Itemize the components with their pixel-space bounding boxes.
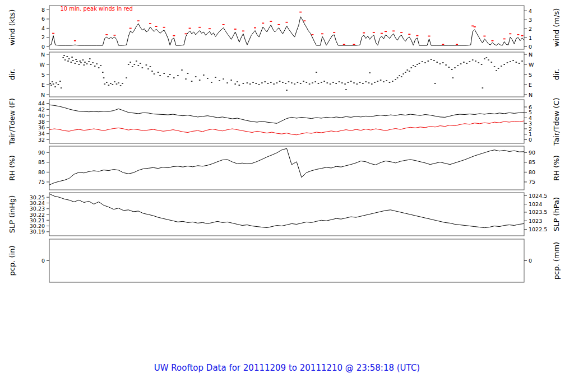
ylabel-right-temp: Tair/Tdew (C) — [552, 97, 561, 146]
ylabel-right-pcp: pcp. (mm) — [552, 242, 561, 279]
tdew-line — [49, 121, 524, 135]
panel-rh: 7580859075808590RH (%)RH (%) — [8, 146, 561, 190]
plot-title: UW Rooftop Data for 20111209 to 20111210… — [0, 363, 574, 373]
y-tick-label-left: 34 — [38, 130, 45, 137]
y-tick-label-right: S — [529, 72, 532, 78]
panel-border-pcp — [49, 239, 524, 282]
y-tick-label-right: 1023 — [529, 218, 542, 224]
y-tick-label-left: S — [41, 72, 45, 78]
ylabel-right-wind: wind (m/s) — [552, 8, 561, 47]
y-tick-label-right: 4 — [529, 115, 532, 121]
y-tick-label-right: 3 — [529, 17, 532, 23]
y-tick-label-left: 44 — [38, 100, 45, 106]
annotation-wind-0: 10 min. peak winds in red — [60, 6, 132, 12]
y-tick-label-left: 30.19 — [30, 228, 45, 235]
y-tick-label-left: 38 — [38, 119, 45, 125]
y-tick-label-right: 1023.5 — [529, 209, 547, 215]
y-tick-label-left: 4 — [41, 25, 45, 31]
panel-dir: NWSENNWSENdir.dir. — [8, 52, 561, 98]
panel-border-wind — [49, 6, 524, 49]
panel-border-slp — [49, 193, 524, 236]
y-tick-label-left: N — [41, 92, 45, 98]
rh-line — [49, 148, 524, 185]
panel-temp: 323436384042440123456Tair/Tdew (F)Tair/T… — [8, 97, 561, 146]
y-tick-label-left: 40 — [38, 113, 45, 119]
y-tick-label-right: 80 — [529, 169, 535, 175]
ylabel-right-rh: RH (%) — [552, 155, 561, 180]
y-tick-label-right: 90 — [529, 150, 535, 156]
tair-line — [49, 105, 524, 123]
y-tick-label-right: 6 — [529, 104, 532, 110]
y-tick-label-left: 0 — [41, 258, 45, 264]
y-tick-label-right: 4 — [529, 8, 532, 14]
y-tick-label-left: 42 — [38, 106, 45, 113]
y-tick-label-left: 80 — [38, 169, 45, 175]
panel-slp: 30.2530.2430.2330.2230.2130.2030.191024.… — [8, 193, 561, 236]
meteogram-plot: 0246801234wind (kts)wind (m/s)10 min. pe… — [0, 0, 574, 363]
panel-wind: 0246801234wind (kts)wind (m/s)10 min. pe… — [8, 6, 561, 50]
y-tick-label-right: 1024.5 — [529, 193, 547, 199]
panel-pcp: 00pcp. (in)pcp. (mm) — [8, 239, 561, 282]
ylabel-left-slp: SLP (inHg) — [8, 195, 16, 234]
y-tick-label-left: W — [40, 62, 45, 68]
y-tick-label-left: E — [41, 82, 45, 88]
wind-avg-line — [49, 17, 524, 45]
y-tick-label-right: 1022.5 — [529, 226, 547, 232]
ylabel-left-rh: RH (%) — [8, 155, 16, 180]
y-tick-label-left: 2 — [41, 34, 45, 40]
y-tick-label-left: 0 — [41, 44, 45, 50]
y-tick-label-left: 36 — [38, 124, 45, 130]
panel-border-rh — [49, 146, 524, 190]
y-tick-label-right: 0 — [529, 137, 532, 143]
y-tick-label-right: 85 — [529, 159, 535, 165]
y-tick-label-left: 32 — [38, 137, 45, 143]
y-tick-label-right: E — [529, 82, 532, 88]
y-tick-label-right: W — [529, 62, 534, 68]
ylabel-left-dir: dir. — [8, 69, 16, 80]
slp-line — [49, 194, 524, 228]
ylabel-left-temp: Tair/Tdew (F) — [8, 98, 16, 146]
ylabel-left-wind: wind (kts) — [8, 10, 16, 45]
y-tick-label-left: 90 — [38, 150, 45, 156]
y-tick-label-right: N — [529, 52, 533, 58]
y-tick-label-right: 1024 — [529, 201, 542, 207]
y-tick-label-right: 0 — [529, 258, 532, 264]
y-tick-label-right: 1 — [529, 131, 532, 137]
y-tick-label-left: N — [41, 52, 45, 58]
y-tick-label-right: 5 — [529, 109, 532, 115]
ylabel-left-pcp: pcp. (in) — [8, 246, 16, 276]
y-tick-label-right: 3 — [529, 120, 532, 127]
y-tick-label-left: 6 — [41, 16, 45, 22]
panel-border-temp — [49, 100, 524, 143]
y-tick-label-right: 0 — [529, 44, 532, 50]
wind-direction-scatter — [50, 55, 523, 91]
y-tick-label-left: 75 — [38, 179, 45, 185]
meteogram-page: 0246801234wind (kts)wind (m/s)10 min. pe… — [0, 0, 574, 392]
y-tick-label-right: 2 — [529, 26, 532, 32]
y-tick-label-right: 75 — [529, 179, 535, 185]
y-tick-label-left: 85 — [38, 159, 45, 165]
y-tick-label-right: 2 — [529, 126, 532, 132]
ylabel-right-slp: SLP (hPa) — [552, 197, 561, 231]
y-tick-label-right: N — [529, 92, 533, 98]
wind-peak-10min-dashes — [52, 12, 523, 45]
y-tick-label-right: 1 — [529, 35, 532, 41]
ylabel-right-dir: dir. — [552, 69, 561, 80]
y-tick-label-left: 8 — [41, 7, 45, 13]
